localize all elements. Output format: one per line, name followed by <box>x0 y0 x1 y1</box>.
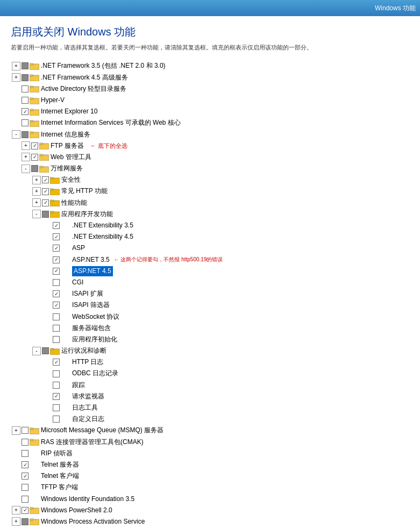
checkbox-health[interactable] <box>42 347 49 354</box>
tree-item-appdev[interactable]: - 应用程序开发功能 <box>11 209 409 220</box>
expander-webmgmt[interactable]: + <box>22 153 30 161</box>
tree-item-request_mon[interactable]: 请求监视器 <box>11 391 409 402</box>
checkbox-odbc_log[interactable] <box>53 370 60 377</box>
tree-item-ps20[interactable]: + Windows PowerShell 2.0 <box>11 505 409 516</box>
expander-health[interactable]: - <box>32 347 41 355</box>
expander-appdev[interactable]: - <box>32 210 41 218</box>
checkbox-tftp[interactable] <box>22 484 29 491</box>
tree-item-www[interactable]: - 万维网服务 <box>11 163 409 174</box>
checkbox-hyperv[interactable] <box>22 97 29 104</box>
checkbox-telnet_client[interactable] <box>22 473 29 480</box>
tree-item-health[interactable]: - 运行状况和诊断 <box>11 345 409 356</box>
checkbox-ftp[interactable] <box>31 142 38 149</box>
tree-item-websocket[interactable]: WebSocket 协议 <box>11 311 409 323</box>
tree-item-trace[interactable]: 跟踪 <box>11 380 409 391</box>
checkbox-rip[interactable] <box>22 450 29 457</box>
expander-msmq[interactable]: + <box>12 426 20 435</box>
tree-item-app_init[interactable]: 应用程序初始化 <box>11 334 409 345</box>
tree-item-ie10[interactable]: Internet Explorer 10 <box>11 106 409 117</box>
expander-ps20[interactable]: + <box>12 506 20 514</box>
expander-wpas[interactable]: + <box>12 517 20 526</box>
tree-item-telnet_client[interactable]: Telnet 客户端 <box>11 470 409 482</box>
checkbox-perf[interactable] <box>42 199 49 206</box>
tree-item-net_ext35[interactable]: .NET Extensibility 3.5 <box>11 220 409 231</box>
checkbox-aspnet45[interactable] <box>53 268 60 275</box>
tree-item-ftp[interactable]: + FTP 服务器← 底下的全选 <box>11 140 409 152</box>
tree-item-log_tools[interactable]: 日志工具 <box>11 402 409 413</box>
tree-item-asp[interactable]: ASP <box>11 242 409 254</box>
tree-item-iis_compat[interactable]: Internet Information Services 可承载的 Web 核… <box>11 117 409 128</box>
tree-item-aspnet45[interactable]: ASP.NET 4.5 <box>11 266 409 277</box>
tree-item-custom_log[interactable]: 自定义日志 <box>11 413 409 425</box>
tree-item-isapi_ext[interactable]: ISAPI 扩展 <box>11 288 409 299</box>
tree-item-aspnet35[interactable]: ASP.NET 3.5← 这两个记得要勾，不然报 http500.19的错误 <box>11 254 409 266</box>
checkbox-isapi_filter[interactable] <box>53 302 60 309</box>
checkbox-appdev[interactable] <box>42 211 49 218</box>
checkbox-telnet_srv[interactable] <box>22 461 29 468</box>
tree-item-wif35[interactable]: Windows Identity Foundation 3.5 <box>11 494 409 505</box>
checkbox-iis[interactable] <box>22 131 29 138</box>
expander-iis[interactable]: - <box>12 130 20 139</box>
tree-item-net45[interactable]: + .NET Framework 4.5 高级服务 <box>11 72 409 83</box>
folder-icon <box>30 427 39 434</box>
checkbox-www[interactable] <box>31 165 38 172</box>
tree-item-telnet_srv[interactable]: Telnet 服务器 <box>11 459 409 470</box>
checkbox-http[interactable] <box>42 188 49 195</box>
tree-item-webmgmt[interactable]: + Web 管理工具 <box>11 152 409 163</box>
checkbox-websocket[interactable] <box>53 313 60 320</box>
expander-www[interactable]: - <box>22 165 30 173</box>
tree-item-ras[interactable]: RAS 连接管理器管理工具包(CMAK) <box>11 437 409 448</box>
tree-item-cgi[interactable]: CGI <box>11 277 409 288</box>
tree-item-server_side[interactable]: 服务器端包含 <box>11 323 409 334</box>
checkbox-aspnet35[interactable] <box>53 256 60 263</box>
checkbox-asp[interactable] <box>53 245 60 252</box>
checkbox-trace[interactable] <box>53 382 60 389</box>
item-label-aspnet45: ASP.NET 4.5 <box>72 266 113 276</box>
checkbox-server_side[interactable] <box>53 325 60 332</box>
tree-item-hyperv[interactable]: Hyper-V <box>11 95 409 106</box>
checkbox-security[interactable] <box>42 176 49 183</box>
checkbox-net_ext35[interactable] <box>53 222 60 229</box>
tree-item-tftp[interactable]: TFTP 客户端 <box>11 482 409 493</box>
checkbox-request_mon[interactable] <box>53 393 60 400</box>
checkbox-log_tools[interactable] <box>53 404 60 411</box>
checkbox-ras[interactable] <box>22 439 29 446</box>
tree-item-security[interactable]: + 安全性 <box>11 174 409 185</box>
expander-http[interactable]: + <box>32 187 41 196</box>
tree-item-http_log[interactable]: HTTP 日志 <box>11 356 409 368</box>
tree-item-wpas[interactable]: + Windows Process Activation Service <box>11 516 409 527</box>
checkbox-net35[interactable] <box>22 62 29 69</box>
checkbox-iis_compat[interactable] <box>22 119 29 126</box>
tree-item-net_ext45[interactable]: .NET Extensibility 4.5 <box>11 231 409 242</box>
checkbox-net45[interactable] <box>22 74 29 81</box>
checkbox-isapi_ext[interactable] <box>53 290 60 297</box>
checkbox-ie10[interactable] <box>22 108 29 115</box>
checkbox-wpas[interactable] <box>22 518 29 525</box>
checkbox-custom_log[interactable] <box>53 416 60 423</box>
checkbox-activeDir[interactable] <box>22 85 29 92</box>
checkbox-net_ext45[interactable] <box>53 233 60 240</box>
checkbox-msmq[interactable] <box>22 427 29 434</box>
svg-rect-1 <box>30 63 33 65</box>
expander-security[interactable]: + <box>32 176 41 184</box>
tree-item-http[interactable]: + 常见 HTTP 功能 <box>11 185 409 197</box>
tree-item-isapi_filter[interactable]: ISAPI 筛选器 <box>11 299 409 311</box>
checkbox-app_init[interactable] <box>53 336 60 343</box>
tree-item-odbc_log[interactable]: ODBC 日志记录 <box>11 368 409 379</box>
tree-item-activeDir[interactable]: Active Directory 轻型目录服务 <box>11 83 409 95</box>
expander-net35[interactable]: + <box>12 62 20 70</box>
expander-perf[interactable]: + <box>32 198 41 207</box>
tree-item-perf[interactable]: + 性能功能 <box>11 197 409 209</box>
tree-item-net35[interactable]: + .NET Framework 3.5 (包括 .NET 2.0 和 3.0) <box>11 60 409 72</box>
checkbox-wif35[interactable] <box>22 496 29 503</box>
checkbox-cgi[interactable] <box>53 279 60 286</box>
expander-net45[interactable]: + <box>12 73 20 82</box>
tree-item-rip[interactable]: RIP 侦听器 <box>11 448 409 459</box>
tree-item-msmq[interactable]: + Microsoft Message Queue (MSMQ) 服务器 <box>11 425 409 436</box>
checkbox-webmgmt[interactable] <box>31 154 38 161</box>
checkbox-ps20[interactable] <box>22 507 29 514</box>
checkbox-http_log[interactable] <box>53 359 60 366</box>
tree-item-iis[interactable]: - Internet 信息服务 <box>11 129 409 140</box>
file-icon <box>61 324 70 332</box>
expander-ftp[interactable]: + <box>22 141 30 150</box>
